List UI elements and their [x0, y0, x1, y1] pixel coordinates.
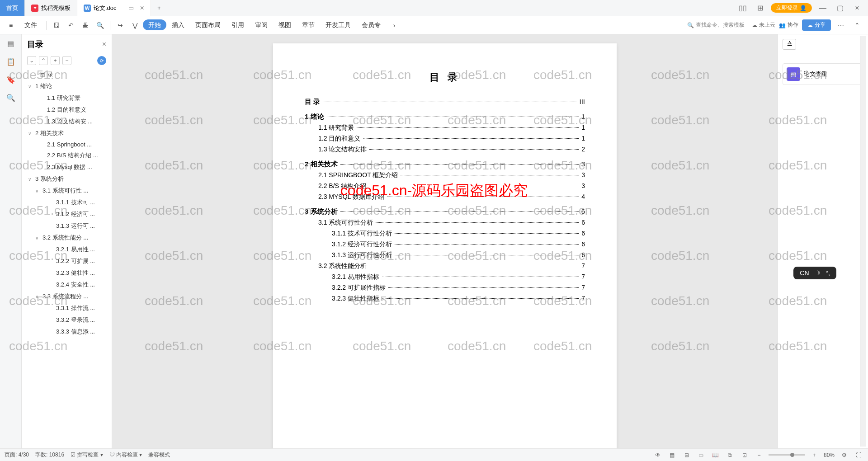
- menu-会员专[interactable]: 会员专: [356, 19, 386, 30]
- outline-item[interactable]: 2.3 Mysql 数据 ...: [22, 161, 112, 173]
- menu-审阅[interactable]: 审阅: [250, 19, 273, 30]
- clipboard-rail-icon[interactable]: 📋: [5, 56, 16, 67]
- menu-开发工具[interactable]: 开发工具: [320, 19, 356, 30]
- outline-item[interactable]: ∨3.2 系统性能分 ...: [22, 232, 112, 244]
- view-page-icon[interactable]: ▤: [667, 450, 677, 460]
- sync-icon[interactable]: ⟳: [97, 56, 106, 65]
- outline-item[interactable]: 3.1.3 运行可 ...: [22, 220, 112, 232]
- panel-toggle-icon[interactable]: ⌃: [851, 19, 863, 32]
- sidebar-tools: ⌄ ⌃ + − ⟳: [22, 54, 112, 67]
- document-area[interactable]: 目 录 目 录III1 绪论11.1 研究背景11.2 目的和意义11.3 论文…: [112, 34, 778, 448]
- outline-item[interactable]: 3.3.2 登录流 ...: [22, 314, 112, 326]
- zoom-in-icon[interactable]: +: [809, 450, 819, 460]
- tab-new[interactable]: +: [151, 0, 167, 16]
- panel-collapse-icon[interactable]: ≙: [783, 39, 796, 50]
- toolbar-more-icon[interactable]: ⋯: [835, 19, 847, 32]
- outline-item[interactable]: ∨3.1 系统可行性 ...: [22, 185, 112, 197]
- zoom-fit-icon[interactable]: ⊡: [740, 450, 750, 460]
- outline-item[interactable]: 2.1 Springboot ...: [22, 139, 112, 150]
- toc-label: 目 录: [305, 98, 320, 106]
- remove-heading-icon[interactable]: −: [62, 56, 71, 65]
- outline-item[interactable]: 3.2.3 健壮性 ...: [22, 267, 112, 279]
- more-icon[interactable]: ⋁: [128, 19, 141, 32]
- chevron-down-icon: ∨: [35, 188, 41, 193]
- outline-item[interactable]: 2.2 B/S 结构介绍 ...: [22, 150, 112, 161]
- toc-line: 2.2 B/S 结构介绍3: [305, 182, 585, 190]
- vertical-scrollbar[interactable]: [860, 36, 866, 447]
- outline-item[interactable]: 3.1.1 技术可 ...: [22, 197, 112, 208]
- menu-开始[interactable]: 开始: [143, 19, 166, 30]
- page-indicator[interactable]: 页面: 4/30: [5, 451, 29, 459]
- outline-item[interactable]: 3.2.1 易用性 ...: [22, 244, 112, 255]
- outline-item[interactable]: ∨3.3 系统流程分 ...: [22, 291, 112, 302]
- view-web-icon[interactable]: ▭: [696, 450, 706, 460]
- outline-item[interactable]: ∨2 相关技术: [22, 127, 112, 139]
- overflow-icon[interactable]: ›: [388, 19, 401, 32]
- outline-item[interactable]: 3.2.2 可扩展 ...: [22, 255, 112, 267]
- menu-页面布局[interactable]: 页面布局: [190, 19, 226, 30]
- view-split-icon[interactable]: ⧉: [725, 450, 735, 460]
- tab-document[interactable]: W 论文.doc ▭ ×: [77, 0, 151, 16]
- zoom-slider[interactable]: [769, 454, 805, 456]
- apps-icon[interactable]: ⊞: [754, 2, 766, 14]
- search-rail-icon[interactable]: 🔍: [5, 92, 16, 103]
- outline-item[interactable]: 3.1.2 经济可 ...: [22, 208, 112, 220]
- maximize-icon[interactable]: ▢: [834, 2, 846, 14]
- close-icon[interactable]: ×: [140, 4, 144, 12]
- settings-icon[interactable]: ⚙: [839, 450, 849, 460]
- menu-插入[interactable]: 插入: [166, 19, 190, 30]
- window-close-icon[interactable]: ×: [851, 2, 863, 14]
- bookmark-rail-icon[interactable]: 🔖: [5, 74, 16, 85]
- fullscreen-icon[interactable]: ⛶: [854, 450, 863, 460]
- sidebar-close-icon[interactable]: ×: [102, 40, 106, 48]
- outline-item[interactable]: 3.2.4 安全性 ...: [22, 279, 112, 291]
- collab-button[interactable]: 👥协作: [779, 21, 798, 29]
- outline-item-label: 3.3.1 操作流 ...: [56, 304, 95, 312]
- layout-icon[interactable]: ▯▯: [736, 2, 749, 14]
- outline-item[interactable]: ∨1 绪论: [22, 80, 112, 92]
- word-count[interactable]: 字数: 10816: [35, 451, 64, 459]
- collapse-all-icon[interactable]: ⌄: [27, 56, 36, 65]
- redo-icon[interactable]: ↪: [114, 19, 127, 32]
- outline-rail-icon[interactable]: ▤: [5, 38, 16, 49]
- outline-item[interactable]: 目 录: [22, 69, 112, 80]
- toc-page: 1: [581, 113, 585, 120]
- toc-page: 4: [581, 193, 585, 200]
- menu-视图[interactable]: 视图: [273, 19, 297, 30]
- outline-item[interactable]: 3.3.1 操作流 ...: [22, 302, 112, 314]
- tab-split-icon[interactable]: ▭: [128, 5, 134, 11]
- eye-icon[interactable]: 👁: [653, 450, 663, 460]
- login-button[interactable]: 立即登录👤: [771, 3, 812, 13]
- view-read-icon[interactable]: 📖: [711, 450, 721, 460]
- save-icon[interactable]: 🖫: [50, 19, 63, 32]
- outline-item[interactable]: 3.3.3 信息添 ...: [22, 326, 112, 338]
- preview-icon[interactable]: 🔍: [94, 19, 106, 32]
- command-search[interactable]: 🔍查找命令、搜索模板: [684, 20, 748, 30]
- zoom-level[interactable]: 80%: [824, 452, 835, 458]
- menu-icon[interactable]: ≡: [5, 19, 17, 32]
- add-heading-icon[interactable]: +: [51, 56, 60, 65]
- plagiarism-check-button[interactable]: ▤ 论文查重: [783, 63, 863, 85]
- undo-icon[interactable]: ↶: [65, 19, 77, 32]
- view-outline-icon[interactable]: ⊟: [682, 450, 692, 460]
- share-button[interactable]: ☁分享: [802, 19, 831, 31]
- tab-templates[interactable]: ✦ 找稻壳模板: [25, 0, 77, 16]
- outline-item[interactable]: ∨3 系统分析: [22, 173, 112, 185]
- content-check-toggle[interactable]: 🛡 内容检查 ▾: [109, 451, 142, 459]
- print-icon[interactable]: 🖶: [79, 19, 92, 32]
- toc-line: 1.1 研究背景1: [305, 124, 585, 132]
- zoom-out-icon[interactable]: −: [754, 450, 764, 460]
- spell-check-toggle[interactable]: ☑ 拼写检查 ▾: [71, 451, 103, 459]
- tab-home[interactable]: 首页: [0, 0, 25, 16]
- outline-item[interactable]: 1.2 目的和意义: [22, 104, 112, 116]
- ime-indicator[interactable]: CN ☽ °,: [793, 267, 836, 279]
- outline-item[interactable]: 1.1 研究背景: [22, 92, 112, 104]
- file-menu[interactable]: 文件: [19, 19, 42, 31]
- cloud-status[interactable]: ☁未上云: [752, 21, 775, 29]
- cloud-icon: ☁: [752, 22, 757, 28]
- menu-章节[interactable]: 章节: [297, 19, 320, 30]
- outline-item[interactable]: 1.3 论文结构安 ...: [22, 116, 112, 127]
- expand-all-icon[interactable]: ⌃: [39, 56, 48, 65]
- menu-引用[interactable]: 引用: [226, 19, 250, 30]
- minimize-icon[interactable]: —: [816, 2, 829, 14]
